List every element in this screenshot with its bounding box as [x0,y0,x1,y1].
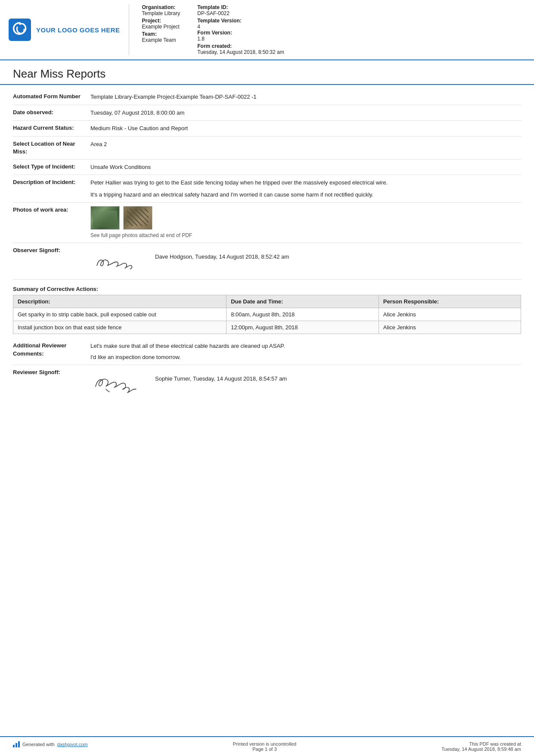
field-label-hazard: Hazard Current Status: [13,124,90,133]
field-label-description: Description of Incident: [13,178,90,199]
project-row: Project: Example Project [142,18,180,30]
field-description: Description of Incident: Peter Hallier w… [13,175,521,203]
logo-text: YOUR LOGO GOES HERE [36,26,120,34]
table-row: Get sparky in to strip cable back, pull … [13,308,521,321]
field-value-date: Tuesday, 07 August 2018, 8:00:00 am [90,109,521,117]
corrective-actions-heading: Summary of Corrective Actions: [13,286,521,292]
template-version-row: Template Version: 4 Form Version: 1.8 [197,18,284,42]
table-header-row: Description: Due Date and Time: Person R… [13,295,521,308]
photos-caption: See full page photos attached at end of … [90,231,521,239]
page-footer: Generated with dashpivot.com Printed ver… [0,736,534,756]
reviewer-signature-area: Sophie Turner, Tuesday, 14 August 2018, … [90,369,521,398]
page-header: YOUR LOGO GOES HERE Organisation: Templa… [0,0,534,60]
field-label-observer: Observer Signoff: [13,247,90,276]
footer-left: Generated with dashpivot.com [13,741,88,747]
field-date-observed: Date observed: Tuesday, 07 August 2018, … [13,105,521,121]
row1-description: Get sparky in to strip cable back, pull … [13,308,227,321]
field-incident-type: Select Type of Incident: Unsafe Work Con… [13,159,521,175]
field-label-incident-type: Select Type of Incident: [13,163,90,172]
field-observer-signoff: Observer Signoff: Dave Hodgson, Tuesday,… [13,243,521,280]
logo-icon [9,19,31,41]
page-number: Page 1 of 3 [233,747,296,752]
field-label-reviewer-signoff: Reviewer Signoff: [13,369,90,398]
field-value-hazard: Medium Risk - Use Caution and Report [90,124,521,133]
field-value-automated: Template Library-Example Project-Example… [90,93,521,101]
pdf-created-text: This PDF was created at [441,741,521,747]
form-created-row: Form created: Tuesday, 14 August 2018, 8… [197,43,284,55]
observer-signature-svg [90,248,142,274]
col-header-due-date: Due Date and Time: [227,295,379,308]
svg-rect-0 [9,19,31,41]
reviewer-signoff-info: Sophie Turner, Tuesday, 14 August 2018, … [155,375,287,383]
row2-due-date: 12:00pm, August 8th, 2018 [227,321,379,334]
pdf-created-date: Tuesday, 14 August 2018, 8:59:48 am [441,747,521,752]
dashpivot-link[interactable]: dashpivot.com [57,742,88,747]
row2-description: Install junction box on that east side f… [13,321,227,334]
field-label-photos: Photos of work area: [13,206,90,239]
table-row: Install junction box on that east side f… [13,321,521,334]
header-col-left: Organisation: Template Library Project: … [142,4,180,55]
field-label-automated: Automated Form Number [13,93,90,101]
row2-person: Alice Jenkins [379,321,521,334]
col-header-person: Person Responsible: [379,295,521,308]
reviewer-comment-1: Let's make sure that all of these electr… [90,342,521,350]
field-label-reviewer-comments: Additional Reviewer Comments: [13,342,90,361]
uncontrolled-text: Printed version is uncontrolled [233,741,296,747]
field-value-reviewer-comments: Let's make sure that all of these electr… [90,342,521,361]
footer-bars-icon [13,741,20,747]
corrective-actions-table: Description: Due Date and Time: Person R… [13,295,521,334]
header-meta: Organisation: Template Library Project: … [142,4,521,55]
field-label-location: Select Location of Near Miss: [13,140,90,156]
page-title-area: Near Miss Reports [0,60,534,85]
template-id-row: Template ID: DP-SAF-0022 [197,4,284,16]
field-hazard: Hazard Current Status: Medium Risk - Use… [13,121,521,137]
field-value-incident-type: Unsafe Work Conditions [90,163,521,172]
corrective-actions-section: Summary of Corrective Actions: Descripti… [13,286,521,334]
field-location: Select Location of Near Miss: Area 2 [13,137,521,159]
team-row: Team: Example Team [142,31,180,43]
field-value-observer: Dave Hodgson, Tuesday, 14 August 2018, 8… [90,247,521,276]
field-reviewer-signoff: Reviewer Signoff: Sophie Turner, Tuesday… [13,365,521,401]
description-para-2: It's a tripping hazard and an electrical… [90,191,521,199]
row1-person: Alice Jenkins [379,308,521,321]
main-content: Automated Form Number Template Library-E… [0,85,534,401]
field-label-date: Date observed: [13,109,90,117]
photo-thumb-1 [90,206,120,230]
row1-due-date: 8:00am, August 8th, 2018 [227,308,379,321]
field-reviewer-comments: Additional Reviewer Comments: Let's make… [13,338,521,365]
org-row: Organisation: Template Library [142,4,180,16]
description-para-1: Peter Hallier was trying to get to the E… [90,178,521,187]
footer-right: This PDF was created at Tuesday, 14 Augu… [441,741,521,752]
logo-area: YOUR LOGO GOES HERE [9,4,129,55]
photo-thumb-2 [123,206,152,230]
field-value-location: Area 2 [90,140,521,156]
reviewer-comment-2: I'd like an inspection done tomorrow. [90,353,521,362]
generated-text: Generated with [22,742,55,747]
field-value-reviewer-signoff: Sophie Turner, Tuesday, 14 August 2018, … [90,369,521,398]
footer-center: Printed version is uncontrolled Page 1 o… [233,741,296,752]
photos-row [90,206,521,230]
observer-signature-area: Dave Hodgson, Tuesday, 14 August 2018, 8… [90,247,521,276]
field-value-photos: See full page photos attached at end of … [90,206,521,239]
field-value-description: Peter Hallier was trying to get to the E… [90,178,521,199]
col-header-description: Description: [13,295,227,308]
field-automated-form-number: Automated Form Number Template Library-E… [13,89,521,105]
reviewer-signature-svg [90,370,142,396]
header-col-right: Template ID: DP-SAF-0022 Template Versio… [197,4,284,55]
page-title: Near Miss Reports [13,67,521,81]
field-photos: Photos of work area: See full page photo… [13,203,521,243]
observer-signoff-info: Dave Hodgson, Tuesday, 14 August 2018, 8… [155,253,289,261]
